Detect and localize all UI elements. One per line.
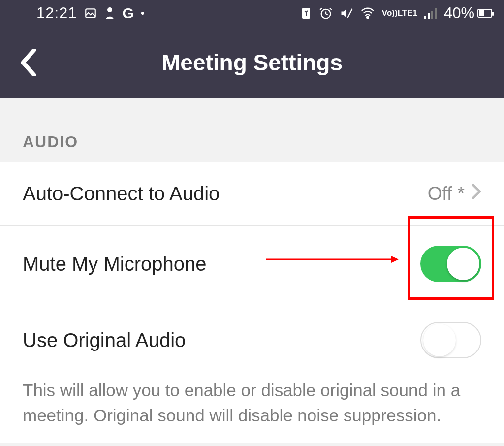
toggle-knob <box>447 248 479 280</box>
dot-icon: • <box>141 7 145 20</box>
person-icon <box>104 6 116 20</box>
svg-point-4 <box>367 17 369 19</box>
chevron-right-icon <box>472 183 481 204</box>
page-title: Meeting Settings <box>161 49 343 76</box>
status-bar: 12:21 G • Vo)) LTE1 40% <box>0 0 504 27</box>
row-label: Mute My Microphone <box>23 253 206 275</box>
status-right: Vo)) LTE1 40% <box>300 4 492 22</box>
battery-icon <box>477 9 492 18</box>
row-label: Use Original Audio <box>23 329 186 351</box>
row-label: Auto-Connect to Audio <box>23 183 220 205</box>
mute-microphone-toggle[interactable] <box>420 246 481 282</box>
lte-bottom: LTE1 <box>398 10 417 17</box>
row-mute-microphone: Mute My Microphone <box>0 226 504 302</box>
battery-indicator: 40% <box>444 4 492 22</box>
battery-percent: 40% <box>444 4 474 22</box>
svg-rect-6 <box>428 13 430 19</box>
original-audio-toggle[interactable] <box>420 322 481 358</box>
svg-rect-8 <box>435 8 437 19</box>
settings-list: Auto-Connect to Audio Off * Mute My Micr… <box>0 162 504 443</box>
google-icon: G <box>123 5 134 22</box>
wifi-icon <box>360 7 375 19</box>
signal-icon <box>424 8 437 19</box>
status-left: 12:21 G • <box>36 4 145 22</box>
svg-rect-7 <box>431 11 433 19</box>
back-button[interactable] <box>19 46 38 79</box>
row-value: Off * <box>428 183 481 204</box>
svg-rect-5 <box>424 16 426 19</box>
svg-marker-10 <box>391 256 399 263</box>
image-icon <box>84 7 97 20</box>
row-auto-connect-audio[interactable]: Auto-Connect to Audio Off * <box>0 162 504 226</box>
row-use-original-audio: Use Original Audio <box>0 302 504 378</box>
toggle-knob <box>423 324 456 356</box>
auto-connect-value: Off * <box>428 183 465 204</box>
section-header-audio: AUDIO <box>0 98 504 162</box>
original-audio-description: This will allow you to enable or disable… <box>0 378 504 443</box>
annotation-arrow-icon <box>266 255 399 264</box>
page-header: Meeting Settings <box>0 27 504 98</box>
lte-indicator: Vo)) LTE1 <box>382 10 417 17</box>
lte-top: Vo)) <box>382 10 398 17</box>
mute-icon <box>340 6 353 20</box>
status-time: 12:21 <box>36 4 77 22</box>
alarm-icon <box>319 6 333 20</box>
recycle-icon <box>300 7 312 20</box>
svg-point-1 <box>107 7 112 12</box>
